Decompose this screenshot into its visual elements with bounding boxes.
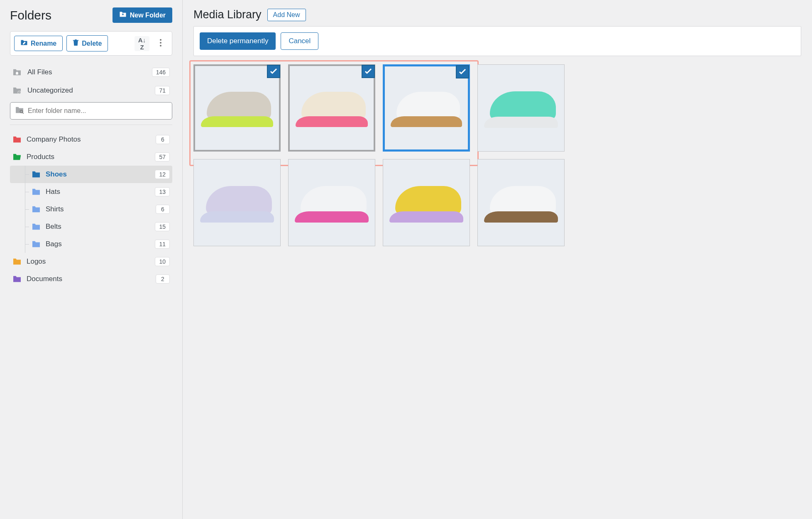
checkmark-icon (267, 65, 280, 78)
folder-search-icon (15, 106, 24, 115)
delete-label: Delete (82, 40, 102, 47)
cancel-button[interactable]: Cancel (281, 32, 318, 50)
divider (10, 125, 172, 125)
folder-edit-icon (20, 39, 28, 47)
folder-plus-icon (119, 11, 127, 19)
gallery-wrap (193, 64, 801, 246)
folder-icon (12, 258, 22, 265)
shoe-image (389, 183, 464, 223)
folder-icon (32, 240, 41, 248)
folder-label: Company Photos (27, 135, 151, 144)
folder-icon (32, 223, 41, 230)
new-folder-label: New Folder (130, 12, 166, 19)
folder-count: 13 (155, 187, 170, 196)
folder-label: Logos (27, 257, 150, 266)
svg-point-3 (160, 42, 161, 44)
sort-button[interactable]: A↓Z (135, 36, 149, 51)
svg-point-4 (160, 45, 161, 47)
delete-permanently-button[interactable]: Delete permanently (200, 32, 276, 50)
folder-icon (32, 171, 41, 178)
trash-icon (73, 39, 79, 48)
folder-label: Shirts (46, 205, 151, 213)
rename-button[interactable]: Rename (14, 36, 63, 51)
rename-label: Rename (31, 40, 56, 47)
media-thumb-6[interactable] (383, 159, 470, 246)
folder-icon (32, 188, 41, 196)
folder-actions-bar: Rename Delete A↓Z (10, 31, 172, 56)
media-thumb-1[interactable] (288, 64, 375, 152)
folder-count: 10 (155, 257, 170, 266)
folder-item-hats[interactable]: Hats 13 (10, 183, 172, 201)
shoe-image (296, 89, 368, 127)
folder-item-logos[interactable]: Logos 10 (10, 253, 172, 270)
media-thumb-5[interactable] (288, 159, 375, 246)
bulk-action-bar: Delete permanently Cancel (193, 26, 801, 56)
folder-label: Products (27, 153, 150, 161)
sidebar-header: Folders New Folder (10, 7, 172, 23)
page-title: Media Library (193, 8, 262, 21)
folder-icon (12, 275, 22, 283)
folder-label: Bags (46, 240, 150, 248)
media-thumb-7[interactable] (477, 159, 565, 246)
all-files-label: All Files (27, 68, 146, 76)
media-thumb-0[interactable] (193, 64, 281, 152)
uncategorized-label: Uncategorized (27, 86, 149, 95)
shoe-image (391, 89, 462, 127)
shoe-image (484, 183, 558, 223)
shoe-image (201, 89, 273, 127)
svg-rect-1 (122, 13, 123, 15)
folder-item-company-photos[interactable]: Company Photos 6 (10, 131, 172, 148)
folder-count: 6 (156, 135, 170, 144)
folder-icon (32, 206, 41, 213)
uncategorized-count: 71 (155, 86, 170, 95)
folder-icon (12, 153, 22, 161)
folder-label: Documents (27, 275, 151, 283)
folder-home-icon (12, 69, 22, 76)
folder-count: 12 (155, 170, 170, 179)
folder-item-belts[interactable]: Belts 15 (10, 218, 172, 235)
checkmark-icon (362, 65, 375, 78)
media-thumb-4[interactable] (193, 159, 281, 246)
more-options-button[interactable] (153, 36, 168, 51)
folders-title: Folders (10, 8, 51, 22)
folder-count: 15 (155, 222, 170, 231)
folder-tree: Company Photos 6 Products 57 Shoes 12 Ha… (10, 131, 172, 288)
folder-item-shirts[interactable]: Shirts 6 (10, 201, 172, 218)
media-thumb-3[interactable] (477, 64, 565, 152)
svg-text:!: ! (19, 91, 20, 94)
all-files-row[interactable]: All Files 146 (10, 63, 172, 81)
uncategorized-row[interactable]: ! Uncategorized 71 (10, 81, 172, 100)
folder-alert-icon: ! (12, 87, 22, 94)
shoe-image (200, 183, 274, 223)
folder-count: 6 (156, 205, 170, 214)
folder-item-products[interactable]: Products 57 (10, 148, 172, 166)
svg-line-8 (22, 113, 24, 114)
folder-count: 57 (155, 152, 170, 162)
new-folder-button[interactable]: New Folder (113, 7, 172, 23)
folder-label: Shoes (46, 170, 150, 179)
shoe-image (295, 183, 369, 223)
media-gallery (193, 64, 801, 246)
folder-label: Belts (46, 223, 150, 231)
checkmark-icon (456, 65, 469, 78)
shoe-image (484, 88, 558, 128)
folder-count: 2 (156, 274, 170, 284)
media-thumb-2[interactable] (383, 64, 470, 152)
svg-point-2 (160, 39, 161, 41)
add-new-button[interactable]: Add New (267, 9, 306, 21)
delete-button[interactable]: Delete (66, 35, 108, 51)
folder-count: 11 (155, 240, 170, 249)
all-files-count: 146 (152, 68, 170, 77)
folder-label: Hats (46, 188, 150, 196)
main: Media Library Add New Delete permanently… (183, 0, 812, 519)
folder-item-bags[interactable]: Bags 11 (10, 235, 172, 253)
folder-search-box[interactable] (10, 102, 172, 120)
kebab-icon (160, 39, 161, 48)
sidebar: Folders New Folder Rename Delete A↓Z (0, 0, 183, 519)
main-header: Media Library Add New (193, 8, 801, 21)
folder-item-documents[interactable]: Documents 2 (10, 270, 172, 288)
sort-az-icon: A↓Z (138, 37, 146, 51)
folder-icon (12, 136, 22, 143)
folder-item-shoes[interactable]: Shoes 12 (10, 166, 172, 183)
folder-search-input[interactable] (28, 107, 167, 115)
